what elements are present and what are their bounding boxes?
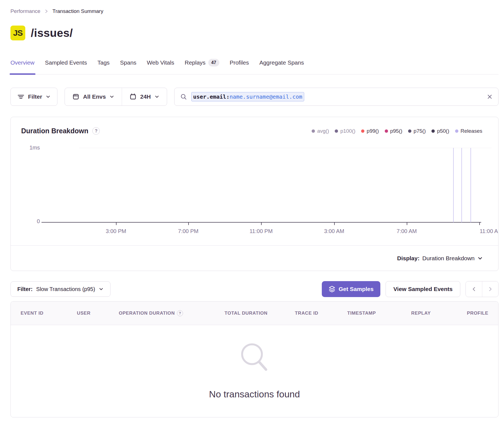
x-axis-tick-label: 7:00 PM [178,228,198,234]
search-token-key: user.email: [193,93,229,100]
tab-label: Spans [120,59,137,66]
chevron-down-icon [154,94,159,99]
tab-replays[interactable]: Replays47 [185,59,219,74]
tab-label: Overview [10,59,35,66]
column-header-profile: PROFILE [431,311,488,316]
page-title: /issues/ [31,27,73,40]
tab-overview[interactable]: Overview [10,59,35,74]
tab-aggregate-spans[interactable]: Aggregate Spans [259,59,304,74]
empty-state: No transactions found [11,325,498,400]
release-marker [470,148,471,222]
tab-label: Tags [97,59,109,66]
chevron-down-icon [99,287,104,292]
search-input[interactable]: user.email:name.surname@email.com [174,88,499,106]
javascript-platform-icon: JS [10,26,25,40]
table-header-row: EVENT IDUSEROPERATION DURATION?TOTAL DUR… [11,301,498,325]
environment-label: All Envs [83,93,106,100]
y-axis-label-top: 1ms [22,145,40,151]
view-sampled-events-button[interactable]: View Sampled Events [386,281,460,297]
column-header-label: USER [77,311,91,316]
release-marker [453,148,454,222]
y-axis-label-zero: 0 [22,218,40,225]
x-axis-tick-label: 7:00 AM [397,228,417,234]
column-header-timestamp: TIMESTAMP [318,311,376,316]
date-range-selector[interactable]: 24H [122,88,167,106]
chevron-left-icon [471,286,477,292]
chevron-down-icon [46,94,51,99]
env-date-group: All Envs 24H [65,88,167,106]
samples-toolbar: Filter: Slow Transactions (p95) Get Samp… [10,281,499,297]
filter-button[interactable]: Filter [10,88,57,106]
tab-label: Sampled Events [45,59,87,66]
transaction-filter-value: Slow Transactions (p95) [36,286,95,292]
help-icon[interactable]: ? [177,310,183,316]
tab-label: Profiles [230,59,249,66]
release-marker [461,148,462,222]
gridline [79,148,492,148]
tab-web-vitals[interactable]: Web Vitals [147,59,174,74]
tab-profiles[interactable]: Profiles [230,59,249,74]
get-samples-button[interactable]: Get Samples [322,281,380,297]
clear-search-button[interactable] [487,94,493,100]
chevron-right-icon [488,286,493,292]
column-header-label: TRACE ID [295,311,318,316]
environment-selector[interactable]: All Envs [65,88,122,106]
window-icon [72,93,79,100]
magnifier-icon [238,341,271,375]
column-header-replay: REPLAY [376,311,431,316]
breadcrumb-current: Transaction Summary [52,8,103,14]
pagination [466,281,499,297]
x-axis-tick-label: 11:00 PM [250,228,273,234]
column-header-event-id: EVENT ID [21,311,62,316]
column-header-label: PROFILE [467,311,488,316]
column-header-label: OPERATION DURATION [119,311,175,316]
close-icon [487,94,493,100]
previous-page-button[interactable] [466,281,482,297]
transaction-filter-label: Filter: [17,286,33,292]
duration-breakdown-panel: Duration Breakdown ? avg()p100()p99()p95… [10,117,499,271]
x-axis-tick [479,223,480,225]
display-label: Display: [397,255,420,262]
tab-label: Aggregate Spans [259,59,304,66]
filter-button-label: Filter [28,93,42,100]
calendar-icon [129,93,137,100]
x-axis-tick-label: 3:00 PM [106,228,126,234]
tab-label: Replays [185,59,206,66]
search-icon [180,93,187,100]
date-range-label: 24H [140,93,151,100]
column-header-user: USER [62,311,106,316]
column-header-label: TOTAL DURATION [225,311,267,316]
search-query-token[interactable]: user.email:name.surname@email.com [191,92,304,101]
breadcrumb-performance[interactable]: Performance [10,8,40,14]
breadcrumb: Performance Transaction Summary [10,8,499,14]
tab-tags[interactable]: Tags [97,59,109,74]
tab-count-badge: 47 [208,59,219,67]
display-selector[interactable]: Display: Duration Breakdown [397,246,483,271]
x-axis-tick [116,223,117,225]
chevron-down-icon [477,256,483,261]
transaction-summary-page: Performance Transaction Summary JS /issu… [0,0,504,417]
layers-icon [329,286,335,293]
transactions-table: EVENT IDUSEROPERATION DURATION?TOTAL DUR… [10,301,499,417]
column-header-trace-id: TRACE ID [267,311,318,316]
breadcrumb-chevron-icon [44,9,49,14]
search-token-value: name.surname@email.com [229,93,302,100]
column-header-label: TIMESTAMP [347,311,376,316]
next-page-button[interactable] [482,281,498,297]
x-axis-tick [407,223,407,225]
x-axis-tick [188,223,189,225]
filter-bar: Filter All Envs 24H [10,88,499,106]
column-header-label: EVENT ID [21,311,43,316]
tab-sampled-events[interactable]: Sampled Events [45,59,87,74]
column-header-total-duration: TOTAL DURATION [196,311,268,316]
empty-state-message: No transactions found [209,389,300,400]
x-axis-tick [261,223,262,225]
tab-spans[interactable]: Spans [120,59,137,74]
page-header: JS /issues/ [10,25,499,41]
column-header-operation-duration: OPERATION DURATION? [106,310,196,316]
x-axis-tick [334,223,335,225]
tab-bar: OverviewSampled EventsTagsSpansWeb Vital… [10,59,499,74]
tab-label: Web Vitals [147,59,174,66]
filter-lines-icon [17,93,24,100]
transaction-filter-selector[interactable]: Filter: Slow Transactions (p95) [10,281,110,297]
